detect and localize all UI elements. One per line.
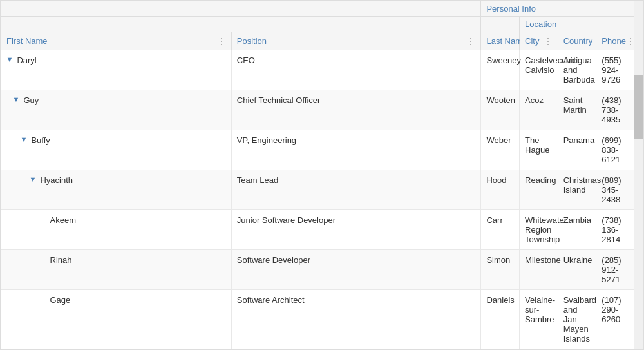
- firstname-cell: ▼Constance: [1, 349, 232, 350]
- phone-cell: (738) 136-2814: [596, 210, 635, 250]
- phone-header-label: Phone: [601, 36, 626, 46]
- position-cell: Team Lead: [231, 170, 481, 210]
- firstname-value: Hyacinth: [40, 175, 73, 185]
- lastname-cell: Carr: [481, 210, 520, 250]
- header-firstname[interactable]: First Name ⋮: [1, 32, 232, 50]
- location-label: Location: [525, 19, 556, 29]
- lastname-cell: Hood: [481, 170, 520, 210]
- firstname-cell: Akeem: [1, 210, 232, 250]
- row-toggle[interactable]: ▼: [21, 135, 28, 143]
- phone-cell: (889) 345-2438: [596, 170, 635, 210]
- firstname-cell: ▼Hyacinth: [1, 170, 232, 210]
- header-subgroup-row: Location: [1, 17, 635, 32]
- firstname-header-label: First Name: [6, 36, 48, 46]
- city-cell: Whitewater Region Township: [520, 210, 558, 250]
- phone-cell: (800) 301-1978: [596, 349, 635, 350]
- position-header-label: Position: [237, 36, 267, 46]
- header-location: Location: [520, 17, 635, 32]
- main-table-container: Personal Info Location First N: [0, 0, 644, 350]
- city-cell: Velaine-sur-Sambre: [520, 290, 558, 349]
- header-empty-4: [231, 17, 481, 32]
- position-menu-icon[interactable]: ⋮: [466, 37, 475, 46]
- country-cell: Svalbard and Jan Mayen Islands: [558, 290, 596, 349]
- table-row: GageSoftware ArchitectDanielsVelaine-sur…: [1, 290, 635, 349]
- country-cell: Ukraine: [558, 250, 596, 290]
- row-toggle[interactable]: ▼: [6, 55, 14, 63]
- phone-cell: (107) 290-6260: [596, 290, 635, 349]
- phone-menu-icon[interactable]: ⋮: [626, 37, 635, 46]
- city-cell: Warminster: [520, 349, 558, 350]
- country-cell: Saint Martin: [558, 90, 596, 130]
- header-city[interactable]: City ⋮: [520, 32, 558, 50]
- phone-cell: (699) 838-6121: [596, 130, 635, 170]
- country-cell: Christmas Island: [558, 170, 596, 210]
- firstname-menu-icon[interactable]: ⋮: [217, 37, 226, 46]
- firstname-cell: Rinah: [1, 250, 232, 290]
- header-columns-row: First Name ⋮ Position ⋮ Last Name: [1, 32, 635, 50]
- lastname-cell: Weber: [481, 130, 520, 170]
- position-cell: Chief Technical Officer: [231, 90, 481, 130]
- city-cell: Acoz: [520, 90, 558, 130]
- city-cell: Reading: [520, 170, 558, 210]
- country-cell: Zambia: [558, 210, 596, 250]
- header-empty-2: [231, 1, 481, 17]
- header-empty-1: [1, 1, 232, 17]
- table-row: ▼HyacinthTeam LeadHoodReadingChristmas I…: [1, 170, 635, 210]
- lastname-cell: Simon: [481, 250, 520, 290]
- firstname-value: Guy: [23, 95, 39, 105]
- table-row: ▼ConstanceDirector, EngineeringVazquezWa…: [1, 349, 635, 350]
- row-toggle[interactable]: ▼: [13, 95, 20, 103]
- firstname-cell: ▼Daryl: [1, 50, 232, 90]
- position-cell: Director, Engineering: [231, 349, 481, 350]
- lastname-cell: Sweeney: [481, 50, 520, 90]
- header-lastname[interactable]: Last Name ⋮: [481, 32, 520, 50]
- lastname-cell: Daniels: [481, 290, 520, 349]
- header-empty-3: [1, 17, 232, 32]
- scrollbar-track[interactable]: [634, 1, 643, 349]
- firstname-value: Akeem: [50, 215, 76, 225]
- row-toggle[interactable]: ▼: [30, 175, 37, 183]
- firstname-value: Gage: [50, 295, 71, 305]
- city-menu-icon[interactable]: ⋮: [544, 37, 553, 46]
- firstname-value: Rinah: [50, 255, 72, 265]
- city-cell: Castelvecchio Calvisio: [520, 50, 558, 90]
- firstname-value: Daryl: [17, 55, 36, 65]
- header-personal-info: Personal Info: [481, 1, 635, 17]
- city-cell: The Hague: [520, 130, 558, 170]
- lastname-cell: Vazquez: [481, 349, 520, 350]
- position-cell: CEO: [231, 50, 481, 90]
- header-group-row: Personal Info: [1, 1, 635, 17]
- country-cell: Panama: [558, 130, 596, 170]
- country-cell: Norway: [558, 349, 596, 350]
- personal-info-label: Personal Info: [486, 4, 536, 14]
- position-cell: Software Developer: [231, 250, 481, 290]
- phone-cell: (285) 912-5271: [596, 250, 635, 290]
- table-row: AkeemJunior Software DeveloperCarrWhitew…: [1, 210, 635, 250]
- scrollbar-thumb[interactable]: [634, 75, 643, 139]
- header-empty-5: [481, 17, 520, 32]
- position-cell: VP, Engineering: [231, 130, 481, 170]
- table-row: ▼BuffyVP, EngineeringWeberThe HaguePanam…: [1, 130, 635, 170]
- header-phone[interactable]: Phone ⋮: [596, 32, 635, 50]
- firstname-cell: ▼Buffy: [1, 130, 232, 170]
- phone-cell: (555) 924-9726: [596, 50, 635, 90]
- table-row: ▼GuyChief Technical OfficerWootenAcozSai…: [1, 90, 635, 130]
- table-row: RinahSoftware DeveloperSimonMilestoneUkr…: [1, 250, 635, 290]
- header-country[interactable]: Country ⋮: [558, 32, 596, 50]
- firstname-cell: Gage: [1, 290, 232, 349]
- position-cell: Software Architect: [231, 290, 481, 349]
- firstname-value: Buffy: [31, 135, 50, 145]
- firstname-cell: ▼Guy: [1, 90, 232, 130]
- table-grid[interactable]: Personal Info Location First N: [1, 1, 635, 349]
- table-row: ▼DarylCEOSweeneyCastelvecchio CalvisioAn…: [1, 50, 635, 90]
- city-cell: Milestone: [520, 250, 558, 290]
- phone-cell: (438) 738-4935: [596, 90, 635, 130]
- country-header-label: Country: [564, 36, 593, 46]
- position-cell: Junior Software Developer: [231, 210, 481, 250]
- header-position[interactable]: Position ⋮: [231, 32, 481, 50]
- country-cell: Antigua and Barbuda: [558, 50, 596, 90]
- lastname-cell: Wooten: [481, 90, 520, 130]
- city-header-label: City: [525, 36, 539, 46]
